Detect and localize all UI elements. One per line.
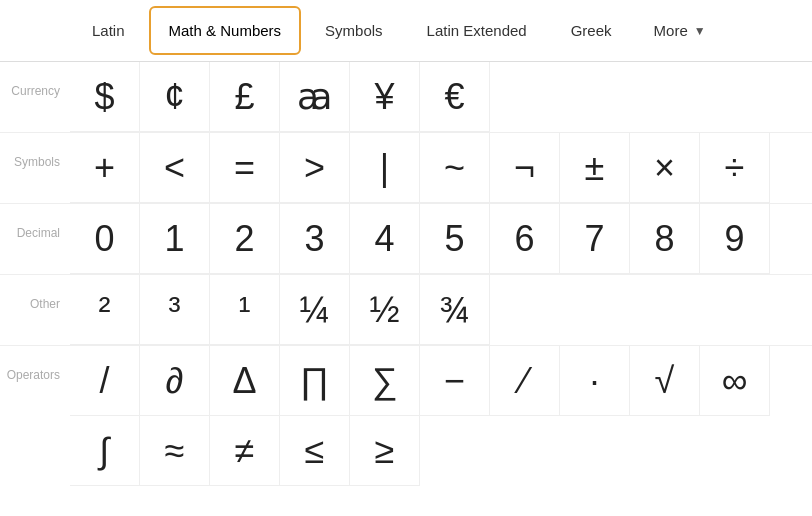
content-area: Currency$¢£ꜳ¥€Symbols+<=>|~¬±×÷Decimal01…: [0, 62, 812, 486]
symbol-cell[interactable]: ∂: [140, 346, 210, 416]
symbol-cell[interactable]: €: [420, 62, 490, 132]
symbol-cell[interactable]: 7: [560, 204, 630, 274]
symbol-cell[interactable]: 1: [140, 204, 210, 274]
symbol-cell[interactable]: ¾: [420, 275, 490, 345]
section-symbols-currency: $¢£ꜳ¥€: [70, 62, 812, 132]
section-label-currency: Currency: [11, 84, 60, 98]
section-label-operators: Operators: [7, 368, 60, 382]
symbol-cell[interactable]: 3: [280, 204, 350, 274]
symbol-cell[interactable]: =: [210, 133, 280, 203]
symbol-cell[interactable]: ∑: [350, 346, 420, 416]
section-symbols-operators: /∂Δ∏∑−∕·√∞∫≈≠≤≥: [70, 346, 812, 486]
tab-latin[interactable]: Latin: [72, 6, 145, 55]
symbol-cell[interactable]: ¢: [140, 62, 210, 132]
symbol-cell[interactable]: 2: [210, 204, 280, 274]
section-symbols-other: ²³¹¼½¾: [70, 275, 812, 345]
symbol-cell[interactable]: ≥: [350, 416, 420, 486]
tab-symbols[interactable]: Symbols: [305, 6, 403, 55]
symbol-cell[interactable]: £: [210, 62, 280, 132]
section-label-col-other: Other: [0, 275, 70, 345]
symbol-cell[interactable]: ·: [560, 346, 630, 416]
symbol-cell[interactable]: Δ: [210, 346, 280, 416]
symbol-cell[interactable]: ±: [560, 133, 630, 203]
symbol-cell[interactable]: ¹: [210, 275, 280, 345]
tab-more[interactable]: More▼: [636, 8, 724, 53]
section-currency: Currency$¢£ꜳ¥€: [0, 62, 812, 132]
symbol-cell[interactable]: <: [140, 133, 210, 203]
symbol-cell[interactable]: −: [420, 346, 490, 416]
section-label-col-decimal: Decimal: [0, 204, 70, 274]
dropdown-arrow-icon: ▼: [694, 24, 706, 38]
symbol-cell[interactable]: ÷: [700, 133, 770, 203]
symbol-cell[interactable]: ~: [420, 133, 490, 203]
symbol-cell[interactable]: ∕: [490, 346, 560, 416]
symbol-cell[interactable]: 9: [700, 204, 770, 274]
symbol-cell[interactable]: 6: [490, 204, 560, 274]
section-operators: Operators/∂Δ∏∑−∕·√∞∫≈≠≤≥: [0, 345, 812, 486]
symbol-cell[interactable]: ∞: [700, 346, 770, 416]
section-label-other: Other: [30, 297, 60, 311]
section-other: Other²³¹¼½¾: [0, 274, 812, 345]
symbol-cell[interactable]: ≠: [210, 416, 280, 486]
symbol-cell[interactable]: |: [350, 133, 420, 203]
symbol-cell[interactable]: ¼: [280, 275, 350, 345]
symbol-cell[interactable]: 5: [420, 204, 490, 274]
symbol-cell[interactable]: 0: [70, 204, 140, 274]
tab-latin-extended[interactable]: Latin Extended: [407, 6, 547, 55]
section-label-symbols: Symbols: [14, 155, 60, 169]
symbol-cell[interactable]: ≈: [140, 416, 210, 486]
symbol-cell[interactable]: 4: [350, 204, 420, 274]
section-decimal: Decimal0123456789: [0, 203, 812, 274]
section-label-col-symbols: Symbols: [0, 133, 70, 203]
symbol-cell[interactable]: /: [70, 346, 140, 416]
symbol-cell[interactable]: ½: [350, 275, 420, 345]
symbol-cell[interactable]: ¥: [350, 62, 420, 132]
symbol-cell[interactable]: ∏: [280, 346, 350, 416]
section-label-decimal: Decimal: [17, 226, 60, 240]
section-label-col-currency: Currency: [0, 62, 70, 132]
symbol-cell[interactable]: ∫: [70, 416, 140, 486]
symbol-cell[interactable]: ³: [140, 275, 210, 345]
symbol-cell[interactable]: >: [280, 133, 350, 203]
symbol-cell[interactable]: +: [70, 133, 140, 203]
tab-greek[interactable]: Greek: [551, 6, 632, 55]
symbol-cell[interactable]: $: [70, 62, 140, 132]
tab-more-label: More: [654, 22, 688, 39]
section-symbols-symbols: +<=>|~¬±×÷: [70, 133, 812, 203]
symbol-cell[interactable]: 8: [630, 204, 700, 274]
symbol-cell[interactable]: ¬: [490, 133, 560, 203]
section-symbols-decimal: 0123456789: [70, 204, 812, 274]
section-symbols: Symbols+<=>|~¬±×÷: [0, 132, 812, 203]
tab-math-numbers[interactable]: Math & Numbers: [149, 6, 302, 55]
symbol-cell[interactable]: ≤: [280, 416, 350, 486]
symbol-cell[interactable]: ꜳ: [280, 62, 350, 132]
tab-bar: LatinMath & NumbersSymbolsLatin Extended…: [0, 0, 812, 62]
section-label-col-operators: Operators: [0, 346, 70, 486]
symbol-cell[interactable]: ²: [70, 275, 140, 345]
symbol-cell[interactable]: √: [630, 346, 700, 416]
symbol-cell[interactable]: ×: [630, 133, 700, 203]
